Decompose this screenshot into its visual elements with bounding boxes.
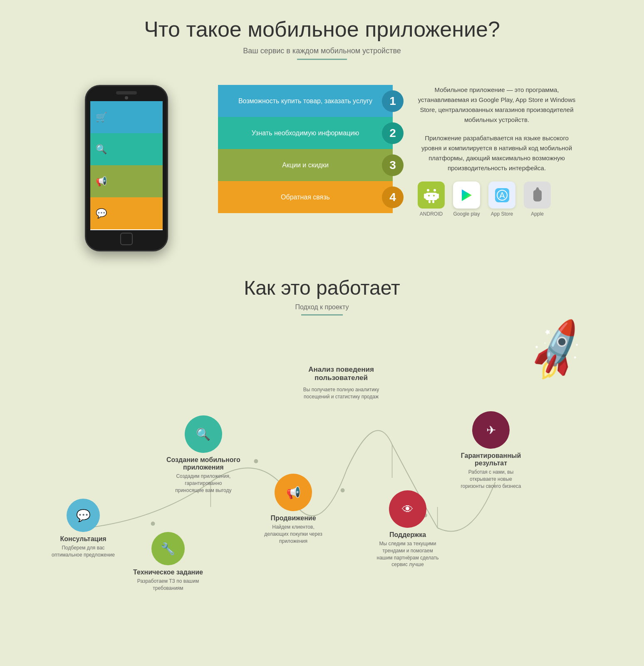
tech-sublabel: Разработаем ТЗ по вашим требованиям (135, 578, 201, 592)
create-circle: 🔍 (185, 415, 222, 453)
feature-item-3: Акции и скидки 3 (218, 149, 393, 181)
phone-icon-promo: 📢 (90, 165, 112, 197)
feature-item-2: Узнать необходимую информацию 2 (218, 117, 393, 149)
feature-item-1: Возможность купить товар, заказать услуг… (218, 85, 393, 117)
feature-text-4: Обратная связь (225, 194, 386, 201)
consult-label: Консультация (60, 535, 106, 543)
tech-circle: 🔧 (151, 532, 185, 565)
svg-point-20 (254, 459, 258, 463)
desc-text-2: Приложение разрабатывается на языке высо… (418, 133, 576, 173)
node-promote: 📢 Продвижение Найдем клиентов, делающих … (260, 474, 327, 544)
support-label: Поддержка (389, 531, 426, 539)
android-icon (418, 181, 445, 209)
phone-icon-search: 🔍 (90, 133, 112, 165)
phone-speaker (116, 91, 137, 94)
feature-number-1: 1 (382, 90, 404, 112)
apple-label: Apple (531, 211, 544, 217)
store-apple: Apple (524, 181, 551, 217)
feature-text-2: Узнать необходимую информацию (225, 129, 386, 137)
svg-point-7 (428, 195, 430, 196)
svg-point-21 (341, 488, 345, 492)
svg-point-13 (536, 187, 539, 191)
description-area: Мобильное приложение — это программа, ус… (418, 85, 576, 217)
section2-title: Как это работает (33, 276, 611, 299)
store-icons: ANDROID (418, 181, 576, 217)
section2-divider (301, 314, 343, 316)
promote-circle: 📢 (275, 474, 312, 511)
phone-icon-cart: 🛒 (90, 101, 112, 133)
phone-mockup: 🛒 🔍 📢 💬 (68, 85, 185, 251)
node-consult: 💬 Консультация Подберем для вас оптималь… (50, 499, 116, 559)
node-support: 👁 Поддержка Мы следим за текущими тренда… (374, 490, 441, 568)
support-sublabel: Мы следим за текущими трендами и помогае… (374, 540, 441, 568)
phone-home-button (120, 233, 133, 245)
svg-text:A: A (499, 191, 505, 200)
title-divider (297, 59, 347, 60)
google-play-label: Google play (453, 211, 480, 217)
svg-rect-3 (424, 194, 426, 199)
consult-circle: 💬 (67, 499, 100, 532)
flow-diagram: 🚀 💬 Консультация Подберем для вас оптима… (33, 324, 611, 607)
phone-screen: 🛒 🔍 📢 💬 (90, 101, 163, 230)
node-result: ✈ Гарантированныйрезультат Работая с нам… (458, 411, 524, 490)
node-analytics: Анализ поведенияпользователей Вы получае… (300, 365, 383, 400)
consult-sublabel: Подберем для вас оптимальное предложение (50, 544, 116, 559)
promote-sublabel: Найдем клиентов, делающих покупки через … (260, 524, 327, 544)
desc-text-1: Мобильное приложение — это программа, ус… (418, 85, 576, 125)
store-google-play: Google play (453, 181, 480, 217)
phone-row-3: 📢 (90, 165, 163, 197)
create-label: Создание мобильногоприложения (166, 456, 240, 471)
store-android: ANDROID (418, 181, 445, 217)
page-subtitle: Ваш сервис в каждом мобильном устройстве (33, 47, 611, 55)
support-circle: 👁 (389, 490, 426, 528)
phone-camera (125, 96, 128, 99)
app-store-label: App Store (491, 211, 513, 217)
phone-device: 🛒 🔍 📢 💬 (85, 85, 168, 251)
android-label: ANDROID (420, 211, 443, 217)
feature-number-4: 4 (382, 186, 404, 208)
feature-text-1: Возможность купить товар, заказать услуг… (225, 97, 386, 105)
result-circle: ✈ (472, 411, 510, 449)
phone-icon-feedback: 💬 (90, 197, 112, 229)
svg-point-0 (427, 189, 429, 191)
rocket-icon: 🚀 (521, 316, 593, 385)
feature-item-4: Обратная связь 4 (218, 181, 393, 213)
svg-rect-2 (425, 193, 438, 200)
feature-number-3: 3 (382, 154, 404, 176)
feature-text-3: Акции и скидки (225, 162, 386, 169)
page-title: Что такое мобильное приложение? (33, 17, 611, 42)
result-sublabel: Работая с нами, вы открываете новые гори… (458, 469, 524, 490)
store-app-store: A App Store (488, 181, 515, 217)
section2-subtitle: Подход к проекту (33, 303, 611, 311)
node-create: 🔍 Создание мобильногоприложения Создадим… (166, 415, 240, 494)
apple-icon (524, 181, 551, 209)
svg-point-1 (433, 189, 436, 191)
feature-number-2: 2 (382, 122, 404, 144)
svg-point-19 (151, 522, 155, 526)
promote-label: Продвижение (270, 514, 316, 522)
phone-row-2: 🔍 (90, 133, 163, 165)
analytics-label: Анализ поведенияпользователей (308, 365, 374, 382)
features-list: Возможность купить товар, заказать услуг… (218, 85, 393, 213)
tech-label: Техническое задание (133, 569, 203, 576)
svg-point-8 (433, 195, 435, 196)
section1: Что такое мобильное приложение? Ваш серв… (0, 0, 644, 268)
section2: Как это работает Подход к проекту 🚀 💬 Ко… (0, 268, 644, 624)
svg-rect-4 (437, 194, 439, 199)
phone-row-4: 💬 (90, 197, 163, 229)
content-area: 🛒 🔍 📢 💬 Возможность купить (33, 77, 611, 260)
app-store-icon: A (488, 181, 515, 209)
create-sublabel: Создадим приложения, гарантированно прин… (170, 473, 237, 494)
svg-rect-6 (432, 200, 434, 203)
result-label: Гарантированныйрезультат (461, 452, 521, 467)
analytics-sublabel: Вы получаете полную аналитику посещений … (300, 386, 383, 400)
phone-row-1: 🛒 (90, 101, 163, 133)
node-tech: 🔧 Техническое задание Разработаем ТЗ по … (133, 532, 203, 592)
google-play-icon (453, 181, 480, 209)
svg-rect-5 (429, 200, 431, 203)
